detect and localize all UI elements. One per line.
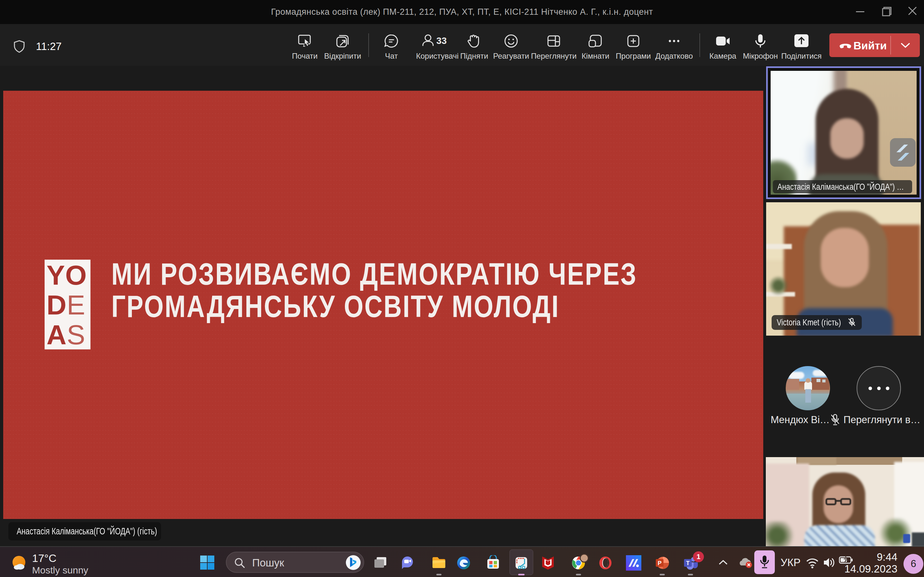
svg-text:P: P xyxy=(658,560,662,566)
svg-text:T: T xyxy=(686,560,690,566)
